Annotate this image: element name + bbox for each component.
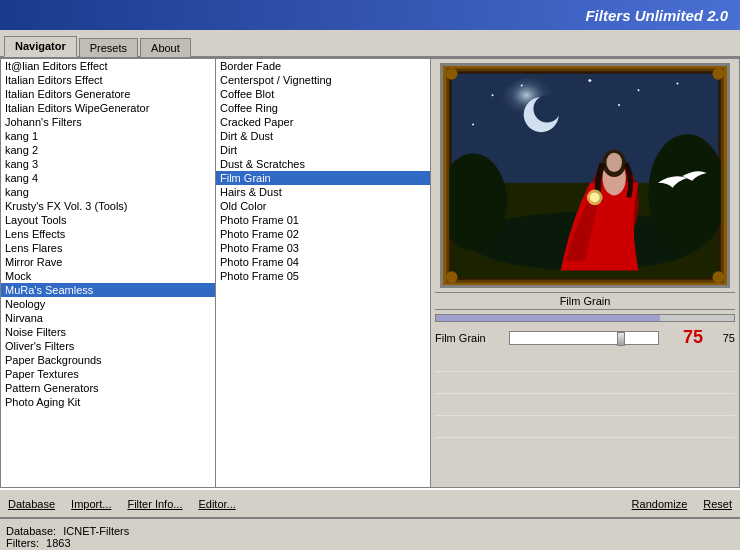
effects-list-item[interactable]: Photo Frame 03: [216, 241, 430, 255]
toolbar: Database Import... Filter Info... Editor…: [0, 488, 740, 518]
svg-point-8: [588, 79, 591, 82]
effects-list-item[interactable]: Photo Frame 05: [216, 269, 430, 283]
nav-list-item[interactable]: kang 3: [1, 157, 215, 171]
nav-list-item[interactable]: Italian Editors Generatore: [1, 87, 215, 101]
filter-info-button[interactable]: Filter Info...: [123, 496, 186, 512]
svg-point-20: [606, 153, 622, 172]
tab-about[interactable]: About: [140, 38, 191, 57]
effects-list-item[interactable]: Coffee Blot: [216, 87, 430, 101]
database-status: Database: ICNET-Filters: [6, 525, 734, 537]
effects-list-item[interactable]: Border Fade: [216, 59, 430, 73]
nav-list-item[interactable]: Lens Flares: [1, 241, 215, 255]
reset-button[interactable]: Reset: [699, 496, 736, 512]
effects-list-item[interactable]: Coffee Ring: [216, 101, 430, 115]
empty-slider-row: [435, 418, 735, 438]
nav-list-item[interactable]: Italian Editors WipeGenerator: [1, 101, 215, 115]
nav-list-item[interactable]: Nirvana: [1, 311, 215, 325]
editor-button[interactable]: Editor...: [194, 496, 239, 512]
effects-list-item[interactable]: Centerspot / Vignetting: [216, 73, 430, 87]
preview-image: [440, 63, 730, 288]
nav-list-item[interactable]: Mirror Rave: [1, 255, 215, 269]
slider-label: Film Grain: [435, 332, 505, 344]
app-title: Filters Unlimited 2.0: [585, 7, 728, 24]
svg-point-7: [521, 84, 523, 86]
nav-list-item[interactable]: Layout Tools: [1, 213, 215, 227]
nav-list-item[interactable]: Neology: [1, 297, 215, 311]
status-bar: Database: ICNET-Filters Filters: 1863: [0, 518, 740, 550]
tab-presets[interactable]: Presets: [79, 38, 138, 57]
slider-row: Film Grain7575: [435, 326, 735, 349]
toolbar-right: Randomize Reset: [628, 496, 736, 512]
svg-point-22: [590, 193, 600, 203]
svg-point-16: [648, 134, 726, 251]
effects-panel[interactable]: Border FadeCenterspot / VignettingCoffee…: [216, 59, 431, 487]
svg-point-12: [618, 104, 620, 106]
svg-point-9: [638, 89, 640, 91]
navigator-list[interactable]: It@lian Editors EffectItalian Editors Ef…: [1, 59, 215, 487]
effects-list-item[interactable]: Photo Frame 02: [216, 227, 430, 241]
svg-point-28: [713, 271, 725, 283]
nav-list-item[interactable]: Lens Effects: [1, 227, 215, 241]
filters-status: Filters: 1863: [6, 537, 734, 549]
effects-list: Border FadeCenterspot / VignettingCoffee…: [216, 59, 430, 283]
effects-list-item[interactable]: Hairs & Dust: [216, 185, 430, 199]
empty-slider-row: [435, 374, 735, 394]
tab-bar: Navigator Presets About: [0, 30, 740, 58]
title-bar: Filters Unlimited 2.0: [0, 0, 740, 30]
effects-list-item[interactable]: Dirt: [216, 143, 430, 157]
svg-point-5: [533, 95, 560, 122]
tab-navigator[interactable]: Navigator: [4, 36, 77, 57]
nav-list-item[interactable]: Paper Backgrounds: [1, 353, 215, 367]
nav-list-item[interactable]: Pattern Generators: [1, 381, 215, 395]
effects-list-item[interactable]: Film Grain: [216, 171, 430, 185]
effects-list-item[interactable]: Old Color: [216, 199, 430, 213]
svg-point-11: [472, 123, 474, 125]
right-panel: Film Grain Film Grain7575: [431, 59, 739, 487]
slider-value-red: 75: [663, 327, 703, 348]
svg-point-26: [713, 68, 725, 80]
nav-list-item[interactable]: MuRa's Seamless: [1, 283, 215, 297]
empty-slider-row: [435, 396, 735, 416]
nav-list-item[interactable]: Photo Aging Kit: [1, 395, 215, 409]
nav-list-item[interactable]: kang 1: [1, 129, 215, 143]
effects-list-item[interactable]: Dirt & Dust: [216, 129, 430, 143]
nav-list-item[interactable]: kang: [1, 185, 215, 199]
slider-thumb[interactable]: [617, 332, 625, 346]
nav-list-item[interactable]: Krusty's FX Vol. 3 (Tools): [1, 199, 215, 213]
nav-list-item[interactable]: kang 4: [1, 171, 215, 185]
effects-list-item[interactable]: Photo Frame 04: [216, 255, 430, 269]
import-button[interactable]: Import...: [67, 496, 115, 512]
effects-list-item[interactable]: Dust & Scratches: [216, 157, 430, 171]
database-button[interactable]: Database: [4, 496, 59, 512]
progress-fill: [436, 315, 660, 321]
nav-list-item[interactable]: Mock: [1, 269, 215, 283]
main-area: It@lian Editors EffectItalian Editors Ef…: [0, 58, 740, 488]
nav-list-item[interactable]: Noise Filters: [1, 325, 215, 339]
svg-point-6: [492, 94, 494, 96]
slider-track[interactable]: [509, 331, 659, 345]
nav-list-item[interactable]: Johann's Filters: [1, 115, 215, 129]
filter-name-label: Film Grain: [435, 292, 735, 310]
nav-list-item[interactable]: Italian Editors Effect: [1, 73, 215, 87]
randomize-button[interactable]: Randomize: [628, 496, 692, 512]
nav-list-item[interactable]: kang 2: [1, 143, 215, 157]
progress-bar: [435, 314, 735, 322]
nav-list-item[interactable]: It@lian Editors Effect: [1, 59, 215, 73]
nav-list-item[interactable]: Paper Textures: [1, 367, 215, 381]
sliders-container: Film Grain7575: [435, 326, 735, 483]
nav-list-item[interactable]: Oliver's Filters: [1, 339, 215, 353]
svg-point-27: [446, 271, 458, 283]
navigator-panel: It@lian Editors EffectItalian Editors Ef…: [1, 59, 216, 487]
svg-point-25: [446, 68, 458, 80]
empty-slider-row: [435, 352, 735, 372]
svg-point-10: [676, 83, 678, 85]
effects-list-item[interactable]: Photo Frame 01: [216, 213, 430, 227]
slider-value-plain: 75: [707, 332, 735, 344]
effects-list-item[interactable]: Cracked Paper: [216, 115, 430, 129]
